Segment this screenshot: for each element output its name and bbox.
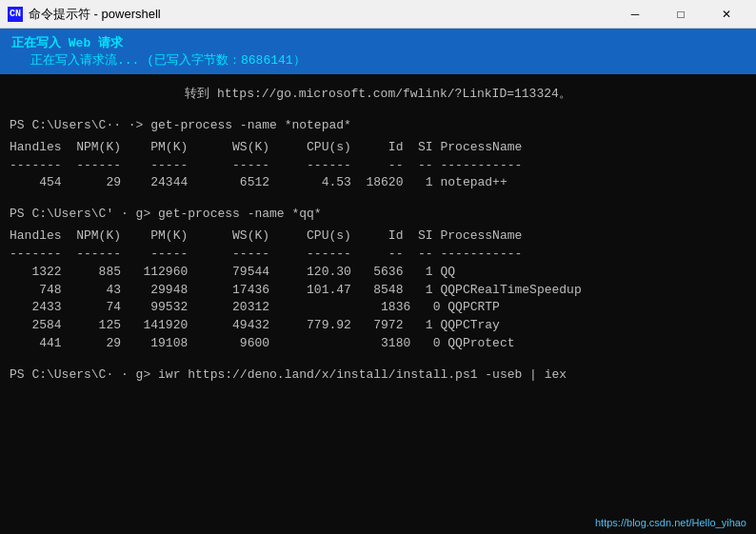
maximize-button[interactable]: □ [659,0,703,29]
qq-row-1: 748 43 29948 17436 101.47 8548 1 QQPCRea… [10,282,746,300]
terminal-content: 转到 https://go.microsoft.com/fwlink/?Link… [0,78,756,388]
qq-headers: Handles NPM(K) PM(K) WS(K) CPU(s) Id SI … [10,227,746,246]
bottom-url: https://blog.csdn.net/Hello_yihao [595,517,746,528]
redirect-line: 转到 https://go.microsoft.com/fwlink/?Link… [10,82,746,111]
minimize-button[interactable]: ─ [613,0,657,29]
close-button[interactable]: ✕ [705,0,748,29]
qq-section: PS C:\Users\C' · g> get-process -name *q… [10,206,746,353]
qq-prompt: PS C:\Users\C' · g> get-process -name *q… [10,206,746,224]
bottom-prompt: PS C:\Users\C· · g> iwr https://deno.lan… [10,366,746,385]
status-line2: 正在写入请求流... (已写入字节数：8686141） [11,51,745,69]
window-controls: ─ □ ✕ [613,0,748,29]
terminal-window: 正在写入 Web 请求 正在写入请求流... (已写入字节数：8686141） … [0,29,756,534]
window-title: 命令提示符 - powershell [29,6,161,23]
notepad-row-0: 454 29 24344 6512 4.53 18620 1 notepad++ [10,174,746,192]
notepad-headers: Handles NPM(K) PM(K) WS(K) CPU(s) Id SI … [10,139,746,157]
app-icon: CN [8,7,23,22]
notepad-prompt: PS C:\Users\C·· ·> get-process -name *no… [10,117,746,135]
notepad-separator: ------- ------ ----- ----- ------ -- -- … [10,157,746,175]
status-banner: 正在写入 Web 请求 正在写入请求流... (已写入字节数：8686141） [0,29,756,74]
title-bar: CN 命令提示符 - powershell ─ □ ✕ [0,0,756,29]
qq-separator: ------- ------ ----- ----- ------ -- -- … [10,246,746,264]
qq-row-0: 1322 885 112960 79544 120.30 5636 1 QQ [10,264,746,282]
qq-row-4: 441 29 19108 9600 3180 0 QQProtect [10,335,746,353]
qq-row-2: 2433 74 99532 20312 1836 0 QQPCRTP [10,299,746,317]
qq-row-3: 2584 125 141920 49432 779.92 7972 1 QQPC… [10,317,746,335]
status-line1: 正在写入 Web 请求 [11,34,745,51]
notepad-section: PS C:\Users\C·· ·> get-process -name *no… [10,117,746,192]
